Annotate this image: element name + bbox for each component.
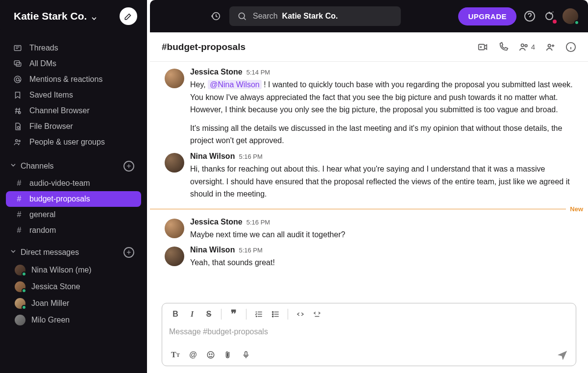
- message[interactable]: Jessica Stone 5:14 PM Hey, @Nina Wilson …: [150, 65, 588, 149]
- dm-nina-wilson[interactable]: Nina Wilson (me): [0, 262, 147, 278]
- search-icon: [237, 11, 247, 21]
- message-author[interactable]: Jessica Stone: [190, 68, 243, 76]
- nav-label: Channel Browser: [29, 106, 90, 115]
- hash-icon: #: [15, 210, 24, 219]
- search-input[interactable]: Search Katie Stark Co.: [229, 6, 401, 26]
- channel-random[interactable]: # random: [0, 223, 147, 238]
- audio-button[interactable]: [239, 348, 253, 362]
- svg-point-12: [546, 13, 553, 20]
- member-count: 4: [531, 43, 535, 51]
- people-icon: [13, 138, 23, 147]
- code-button[interactable]: [293, 307, 308, 321]
- svg-point-22: [209, 354, 210, 355]
- new-messages-divider: New: [150, 205, 588, 213]
- bookmark-icon: [13, 91, 23, 99]
- message-text: Hi, thanks for reaching out about this. …: [190, 163, 576, 200]
- nav-label: Saved Items: [29, 91, 73, 99]
- message-author[interactable]: Nina Wilson: [190, 152, 235, 161]
- notifications-button[interactable]: [543, 10, 556, 23]
- dm-milo-green[interactable]: Milo Green: [0, 312, 147, 328]
- dm-jessica-stone[interactable]: Jessica Stone: [0, 278, 147, 295]
- avatar: [165, 247, 184, 266]
- workspace-name: Katie Stark Co.: [14, 10, 87, 22]
- profile-avatar[interactable]: [563, 8, 578, 24]
- ordered-list-button[interactable]: [251, 307, 266, 321]
- dm-joan-miller[interactable]: Joan Miller: [0, 295, 147, 312]
- svg-point-10: [239, 13, 245, 19]
- message[interactable]: Nina Wilson 5:16 PM Yeah, that sounds gr…: [150, 243, 588, 271]
- svg-point-20: [272, 316, 273, 317]
- nav-label: People & user groups: [29, 138, 105, 147]
- at-icon: [13, 75, 23, 84]
- nav-saved[interactable]: Saved Items: [0, 87, 147, 103]
- chevron-down-icon: [10, 162, 18, 171]
- nav-mentions[interactable]: Mentions & reactions: [0, 72, 147, 87]
- format-toggle-button[interactable]: TT: [168, 348, 183, 362]
- nav-all-dms[interactable]: All DMs: [0, 56, 147, 72]
- channel-details-button[interactable]: [565, 42, 576, 52]
- nav-threads[interactable]: Threads: [0, 40, 147, 56]
- dm-name: Milo Green: [31, 316, 70, 324]
- message-time: 5:14 PM: [246, 69, 270, 76]
- svg-point-7: [16, 140, 18, 142]
- svg-point-6: [17, 126, 20, 129]
- mention[interactable]: @Nina Wilson: [208, 80, 262, 89]
- dm-section-header[interactable]: Direct messages +: [0, 243, 147, 262]
- add-video-button[interactable]: [477, 42, 488, 52]
- message-time: 5:16 PM: [246, 219, 270, 226]
- presence-online-icon: [22, 305, 26, 310]
- call-button[interactable]: [498, 42, 509, 52]
- members-button[interactable]: 4: [518, 42, 535, 52]
- message-input[interactable]: Message #budget-proposals: [162, 325, 576, 345]
- channels-section-header[interactable]: Channels +: [0, 157, 147, 175]
- message[interactable]: Jessica Stone 5:16 PM Maybe next time we…: [150, 215, 588, 243]
- presence-online-icon: [22, 288, 26, 293]
- channel-title[interactable]: #budget-proposals: [162, 42, 467, 52]
- codeblock-button[interactable]: [310, 307, 324, 321]
- channel-general[interactable]: # general: [0, 207, 147, 223]
- message-text: Yeah, that sounds great!: [190, 256, 576, 269]
- attach-button[interactable]: [221, 348, 236, 362]
- add-dm-button[interactable]: +: [123, 247, 134, 258]
- dms-icon: [13, 59, 23, 68]
- nav-channel-browser[interactable]: Channel Browser: [0, 103, 147, 119]
- message[interactable]: Nina Wilson 5:16 PM Hi, thanks for reach…: [150, 149, 588, 202]
- svg-rect-24: [245, 351, 247, 355]
- bullet-list-button[interactable]: [268, 307, 283, 321]
- upgrade-button[interactable]: UPGRADE: [458, 7, 516, 25]
- avatar: [165, 219, 184, 238]
- svg-point-18: [272, 311, 273, 312]
- avatar: [165, 69, 184, 88]
- nav-label: Mentions & reactions: [29, 75, 102, 84]
- add-people-button[interactable]: [545, 42, 556, 52]
- avatar: [15, 281, 25, 292]
- channel-budget-proposals[interactable]: # budget-proposals: [6, 191, 141, 207]
- new-label: New: [566, 205, 588, 213]
- svg-point-4: [16, 78, 19, 81]
- topbar: Search Katie Stark Co. UPGRADE: [150, 0, 588, 32]
- strike-button[interactable]: S: [201, 307, 216, 321]
- history-button[interactable]: [209, 9, 222, 23]
- compose-button[interactable]: [120, 7, 137, 25]
- nav-section: Threads All DMs Mentions & reactions Sav…: [0, 32, 147, 150]
- add-channel-button[interactable]: +: [123, 161, 134, 172]
- channel-name: random: [29, 226, 56, 235]
- mention-button[interactable]: @: [186, 348, 200, 362]
- workspace-switcher[interactable]: Katie Stark Co.: [0, 0, 147, 32]
- channel-audio-video-team[interactable]: # audio-video-team: [0, 175, 147, 191]
- hash-icon: #: [15, 226, 24, 235]
- dm-name: Joan Miller: [31, 299, 69, 308]
- nav-people[interactable]: People & user groups: [0, 134, 147, 150]
- message-author[interactable]: Jessica Stone: [190, 218, 243, 226]
- hash-icon: #: [15, 195, 24, 203]
- bold-button[interactable]: B: [168, 307, 183, 321]
- italic-button[interactable]: I: [185, 307, 199, 321]
- message-author[interactable]: Nina Wilson: [190, 246, 235, 254]
- nav-label: Threads: [29, 44, 58, 52]
- help-button[interactable]: [523, 10, 536, 23]
- quote-button[interactable]: ❞: [226, 307, 241, 321]
- avatar: [15, 315, 25, 325]
- emoji-button[interactable]: [203, 348, 218, 362]
- nav-file-browser[interactable]: File Browser: [0, 119, 147, 134]
- send-button[interactable]: [555, 348, 570, 362]
